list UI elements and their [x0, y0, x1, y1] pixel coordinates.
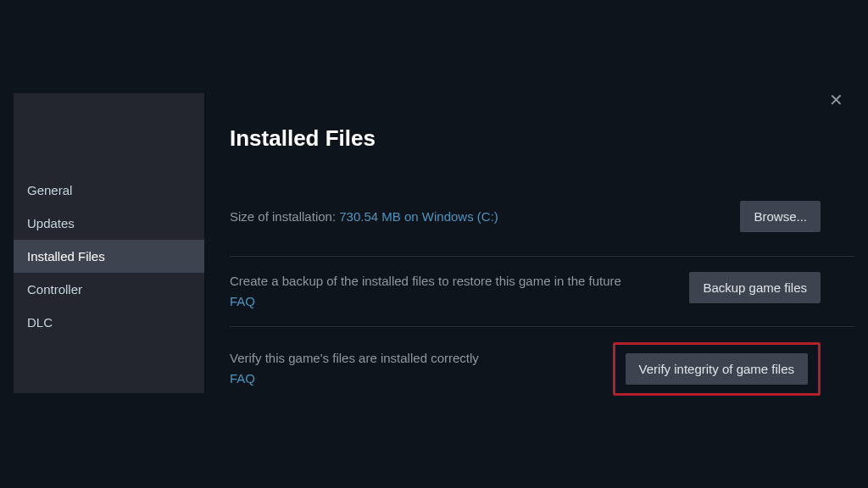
verify-description: Verify this game's files are installed c… — [230, 349, 479, 388]
sidebar-item-updates[interactable]: Updates — [14, 207, 204, 240]
installation-size-text: Size of installation: 730.54 MB on Windo… — [230, 209, 498, 224]
sidebar-item-dlc[interactable]: DLC — [14, 306, 204, 339]
sidebar: General Updates Installed Files Controll… — [14, 93, 204, 393]
verify-integrity-button[interactable]: Verify integrity of game files — [626, 353, 808, 385]
faq-link[interactable]: FAQ — [230, 292, 621, 311]
verify-desc-text: Verify this game's files are installed c… — [230, 351, 479, 365]
faq-link[interactable]: FAQ — [230, 369, 479, 388]
sidebar-item-label: Controller — [27, 282, 82, 297]
sidebar-item-label: General — [27, 183, 72, 197]
installation-size-row: Size of installation: 730.54 MB on Windo… — [230, 201, 854, 232]
sidebar-item-label: Installed Files — [27, 249, 105, 263]
sidebar-item-controller[interactable]: Controller — [14, 273, 204, 306]
sidebar-item-general[interactable]: General — [14, 174, 204, 207]
browse-button[interactable]: Browse... — [740, 201, 821, 232]
backup-description: Create a backup of the installed files t… — [230, 272, 621, 311]
verify-highlight-box: Verify integrity of game files — [613, 342, 821, 396]
backup-section: Create a backup of the installed files t… — [230, 256, 854, 326]
size-value-link[interactable]: 730.54 MB on Windows (C:) — [339, 209, 498, 224]
main-panel: ✕ Installed Files Size of installation: … — [204, 93, 854, 393]
properties-dialog: General Updates Installed Files Controll… — [14, 93, 854, 393]
backup-game-files-button[interactable]: Backup game files — [689, 272, 821, 303]
sidebar-item-label: DLC — [27, 315, 53, 330]
backup-desc-text: Create a backup of the installed files t… — [230, 274, 621, 288]
sidebar-item-installed-files[interactable]: Installed Files — [14, 240, 204, 273]
verify-section: Verify this game's files are installed c… — [230, 326, 854, 411]
size-label: Size of installation: — [230, 209, 339, 224]
page-title: Installed Files — [230, 125, 854, 152]
sidebar-item-label: Updates — [27, 216, 75, 230]
close-icon[interactable]: ✕ — [826, 92, 846, 112]
